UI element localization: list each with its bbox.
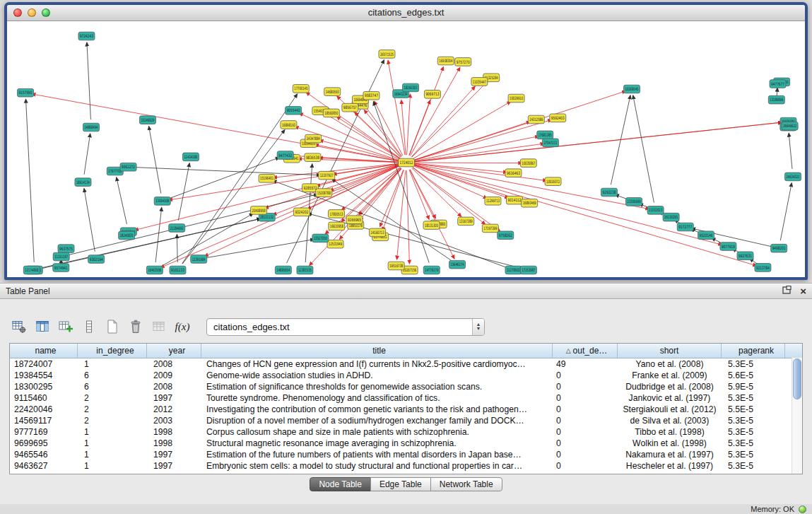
table-row[interactable]: 946362711997Embryonic stem cells: a mode…: [10, 460, 802, 472]
graph-node[interactable]: 24634321: [785, 173, 801, 181]
cell-out_de[interactable]: 0: [553, 370, 618, 381]
graph-node[interactable]: 10035867: [520, 159, 536, 168]
column-header-name[interactable]: name: [10, 344, 78, 358]
cell-short[interactable]: de Silva et al. (2003): [618, 415, 722, 426]
graph-node[interactable]: 24160713: [370, 228, 386, 237]
table-row[interactable]: 977716911998Corpus callosum shape and si…: [10, 426, 802, 438]
cell-title[interactable]: Changes of HCN gene expression and I(f) …: [201, 358, 553, 370]
cell-in_degree[interactable]: 6: [78, 381, 147, 392]
table-row[interactable]: 2242004622012Investigating the contribut…: [10, 404, 802, 415]
column-header-short[interactable]: short: [618, 344, 722, 358]
cell-year[interactable]: 1998: [147, 426, 201, 438]
graph-node[interactable]: 14895654: [275, 266, 291, 274]
graph-node[interactable]: 9302194: [88, 255, 105, 264]
graph-node[interactable]: 9592403: [550, 114, 566, 122]
cell-in_degree[interactable]: 1: [78, 426, 147, 438]
graph-node[interactable]: 17700145: [293, 85, 309, 93]
vertical-scrollbar[interactable]: [792, 358, 802, 474]
graph-node[interactable]: 9266965: [346, 216, 363, 224]
graph-node[interactable]: 9520146: [698, 231, 714, 240]
cell-year[interactable]: 2008: [147, 381, 201, 392]
cell-out_de[interactable]: 0: [553, 449, 618, 460]
graph-node[interactable]: 24347884: [305, 134, 322, 143]
cell-name[interactable]: 9115460: [10, 392, 78, 404]
table-row[interactable]: 946554611997Estimation of the future num…: [10, 449, 802, 460]
graph-node[interactable]: 11151167: [53, 252, 69, 261]
graph-node[interactable]: 1724012: [399, 158, 415, 167]
cell-name[interactable]: 22420046: [10, 404, 78, 415]
minimize-window-button[interactable]: [28, 8, 36, 17]
cell-short[interactable]: Wolkin et al. (1998): [618, 438, 722, 449]
graph-node[interactable]: 14680593: [324, 88, 341, 96]
cell-year[interactable]: 1997: [147, 460, 201, 472]
cell-out_de[interactable]: 0: [553, 392, 618, 404]
graph-node[interactable]: 26646622: [782, 122, 798, 130]
new-file-button[interactable]: [103, 317, 122, 336]
graph-node[interactable]: 17197399: [482, 224, 498, 233]
graph-node[interactable]: 21284693: [169, 224, 185, 233]
cell-in_degree[interactable]: 1: [78, 460, 147, 472]
cell-out_de[interactable]: 0: [553, 415, 618, 426]
column-header-title[interactable]: title: [201, 344, 553, 358]
column-header-pagerank[interactable]: pagerank: [722, 344, 785, 358]
graph-node[interactable]: 18260303: [403, 83, 419, 92]
table-selector-combo[interactable]: citations_edges.txt ▲▼: [206, 318, 485, 336]
cell-year[interactable]: 1997: [147, 392, 201, 404]
graph-node[interactable]: 9101233: [170, 266, 186, 274]
cell-pagerank[interactable]: 5.3E-5: [722, 415, 785, 426]
cell-out_de[interactable]: 0: [553, 460, 618, 472]
graph-node[interactable]: 9055442: [286, 106, 302, 115]
cell-in_degree[interactable]: 1: [78, 438, 147, 449]
cell-short[interactable]: Jankovic et al. (1997): [618, 392, 722, 404]
cell-pagerank[interactable]: 5.3E-5: [722, 358, 785, 370]
cell-name[interactable]: 14569117: [10, 415, 78, 426]
cell-in_degree[interactable]: 2: [78, 415, 147, 426]
close-window-button[interactable]: [13, 8, 22, 17]
function-builder-button[interactable]: f(x): [173, 317, 192, 336]
cell-name[interactable]: 9465546: [10, 449, 78, 460]
graph-node[interactable]: 27047211: [542, 139, 558, 147]
tab-node-table[interactable]: Node Table: [310, 477, 371, 491]
graph-node[interactable]: 9583747: [363, 91, 379, 100]
graph-node[interactable]: 9616463: [505, 169, 522, 177]
table-row[interactable]: 1872400712008Changes of HCN gene express…: [10, 358, 802, 370]
delete-button[interactable]: [126, 317, 145, 336]
cell-year[interactable]: 2008: [147, 358, 201, 370]
cell-name[interactable]: 9777169: [10, 426, 78, 438]
graph-node[interactable]: 9292238: [601, 188, 618, 197]
graph-node[interactable]: 11032023: [647, 206, 664, 215]
graph-node[interactable]: 9498201: [771, 244, 787, 252]
rows-button[interactable]: [80, 317, 98, 336]
graph-node[interactable]: 13527050: [312, 234, 329, 243]
cell-title[interactable]: Structural magnetic resonance image aver…: [201, 438, 553, 449]
cell-out_de[interactable]: 0: [553, 426, 618, 438]
cell-out_de[interactable]: 0: [553, 404, 618, 415]
cell-pagerank[interactable]: 5.3E-5: [722, 426, 785, 438]
graph-node[interactable]: 10029372: [545, 177, 561, 186]
graph-node[interactable]: 10029910: [508, 94, 524, 103]
graph-node[interactable]: 19516738: [388, 262, 404, 270]
graph-node[interactable]: 9757270: [455, 58, 471, 66]
cell-year[interactable]: 2009: [147, 370, 201, 381]
graph-node[interactable]: 11434180: [182, 153, 199, 161]
graph-node[interactable]: 9856757: [342, 103, 358, 112]
cell-short[interactable]: Franke et al. (2009): [618, 370, 722, 381]
cell-in_degree[interactable]: 1: [78, 449, 147, 460]
graph-node[interactable]: 14779279: [423, 266, 440, 274]
graph-node[interactable]: 18560850: [323, 109, 339, 117]
graph-node[interactable]: 17253987: [520, 266, 536, 274]
cell-title[interactable]: Genome-wide association studies in ADHD.: [201, 370, 553, 381]
cell-short[interactable]: Stergiakouli et al. (2012): [618, 404, 722, 415]
tab-network-table[interactable]: Network Table: [430, 477, 502, 491]
cell-title[interactable]: Corpus callosum shape and size in male p…: [201, 426, 553, 438]
graph-node[interactable]: 16893469: [522, 199, 538, 207]
cell-short[interactable]: Nakamura et al. (1997): [618, 449, 722, 460]
cell-year[interactable]: 2012: [147, 404, 201, 415]
graph-node[interactable]: 17681385: [537, 131, 553, 139]
zoom-window-button[interactable]: [42, 8, 50, 17]
graph-node[interactable]: 9069713: [424, 90, 440, 99]
graph-node[interactable]: 9758262: [498, 231, 514, 240]
network-window[interactable]: citations_edges.txt 17240121003586796164…: [4, 2, 808, 280]
cell-in_degree[interactable]: 6: [78, 370, 147, 381]
graph-node[interactable]: 15208788: [316, 189, 332, 197]
